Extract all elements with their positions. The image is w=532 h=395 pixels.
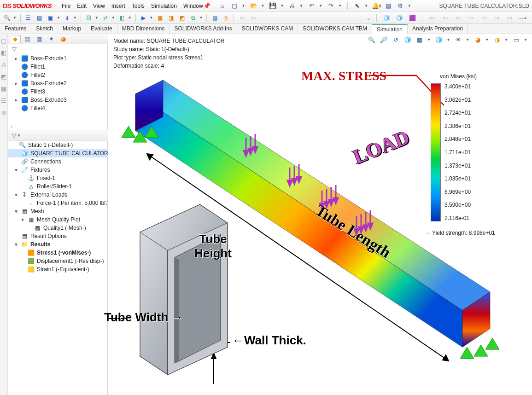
menu-file[interactable]: File bbox=[62, 3, 70, 9]
results-icon[interactable]: ▦ bbox=[156, 14, 164, 22]
tree-row[interactable]: 🔵Fillet4 bbox=[8, 104, 113, 112]
menu-insert[interactable]: Insert bbox=[111, 3, 125, 9]
report-icon[interactable]: ▤ bbox=[210, 14, 219, 22]
rr-icon[interactable]: 🟪 bbox=[408, 14, 416, 22]
shell-icon[interactable]: ◧ bbox=[118, 14, 126, 22]
connections-icon[interactable]: ⇄ bbox=[101, 14, 110, 22]
notif-icon[interactable]: 🔔8 bbox=[373, 2, 380, 10]
tree-row[interactable]: ▾📁Results bbox=[8, 240, 113, 249]
tree-row[interactable]: △Roller/Slider-1 bbox=[8, 182, 113, 191]
select-icon[interactable]: ⬉ bbox=[353, 2, 361, 10]
sim-tree[interactable]: 🔍Static 1 (-Default-)🧊SQUARE TUBE CALCUL… bbox=[8, 141, 113, 273]
gutter-icon[interactable]: A bbox=[0, 61, 7, 68]
tree-row[interactable]: ▸🟦Boss-Extrude2 bbox=[8, 79, 113, 87]
tree-row[interactable]: 🔵Fillet3 bbox=[8, 87, 113, 96]
tab-features[interactable]: Features bbox=[0, 24, 31, 34]
gutter-icon[interactable]: ◧ bbox=[0, 49, 7, 56]
scroll-hint[interactable]: ‹› bbox=[8, 123, 113, 130]
ptab-props[interactable]: ▦ bbox=[34, 35, 45, 43]
tab-markup[interactable]: Markup bbox=[58, 24, 86, 34]
ptab-feature-tree[interactable]: ◆ bbox=[10, 35, 21, 43]
fixtures-icon[interactable]: ⛓ bbox=[85, 14, 93, 22]
tab-simulation[interactable]: Simulation bbox=[372, 24, 408, 34]
tree-row[interactable]: 🟨Strain1 (-Equivalent-) bbox=[8, 265, 113, 273]
tree-row[interactable]: 🔵Fillet1 bbox=[8, 63, 113, 71]
menu-view[interactable]: View bbox=[93, 3, 105, 9]
rr-icon[interactable]: 🧊 bbox=[395, 14, 403, 22]
new-icon[interactable]: ▢ bbox=[231, 2, 238, 10]
gutter-icon[interactable]: ▢ bbox=[0, 37, 7, 44]
home-icon[interactable]: ⌂ bbox=[219, 2, 226, 10]
ribbon-icon[interactable]: ▣ bbox=[47, 14, 55, 22]
tree-row[interactable]: 🟧Stress1 (-vonMises-) bbox=[8, 249, 113, 257]
print-icon[interactable]: 🖨 bbox=[288, 2, 296, 10]
menu-tools[interactable]: Tools bbox=[132, 3, 145, 9]
twisty-icon[interactable]: ▾ bbox=[14, 208, 18, 215]
legend-tick: 3.590e+00 bbox=[444, 202, 471, 208]
gutter-icon[interactable]: ▤ bbox=[0, 85, 7, 92]
twisty-icon[interactable]: ▸ bbox=[14, 80, 18, 87]
ptab-config[interactable]: ▤ bbox=[22, 35, 33, 43]
redo-icon[interactable]: ↷ bbox=[327, 2, 334, 10]
gutter-icon[interactable]: ☲ bbox=[0, 97, 7, 104]
gutter-icon[interactable]: ◩ bbox=[0, 73, 7, 80]
tab-addins[interactable]: SOLIDWORKS Add-Ins bbox=[170, 24, 237, 34]
tree-row[interactable]: 🔵Fillet2 bbox=[8, 71, 113, 79]
ribbon-icon[interactable]: ☰ bbox=[24, 14, 33, 22]
tree-row[interactable]: ⚓Fixed-1 bbox=[8, 174, 113, 182]
probe-icon[interactable]: ◎ bbox=[222, 14, 230, 22]
tree-row[interactable]: 🔗Connections bbox=[8, 157, 113, 166]
ptab-display[interactable]: ✦ bbox=[46, 35, 57, 43]
study-root[interactable]: 🔍Static 1 (-Default-) bbox=[8, 141, 113, 149]
menu-edit[interactable]: Edit bbox=[77, 3, 87, 9]
tab-cam[interactable]: SOLIDWORKS CAM bbox=[237, 24, 298, 34]
tree-row[interactable]: ▸🟦Boss-Extrude3 bbox=[8, 96, 113, 104]
funnel-icon[interactable]: ▽ bbox=[11, 46, 18, 53]
tree-row[interactable]: ▾▦Mesh bbox=[8, 207, 113, 215]
gutter-icon[interactable]: ⊕ bbox=[0, 109, 7, 116]
tab-camtbm[interactable]: SOLIDWORKS CAM TBM bbox=[298, 24, 372, 34]
tree-row[interactable]: ▾↧External Loads bbox=[8, 191, 113, 199]
plot-icon[interactable]: ◩ bbox=[178, 14, 186, 22]
tree-row[interactable]: ▩Quality1 (-Mesh-) bbox=[8, 224, 113, 232]
ribbon-icon[interactable]: ▤ bbox=[35, 14, 44, 22]
twisty-icon[interactable]: ▸ bbox=[14, 55, 18, 62]
gear-icon[interactable]: ⚙ bbox=[397, 2, 404, 10]
undo-icon[interactable]: ↶ bbox=[308, 2, 315, 10]
menu-simulation[interactable]: Simulation bbox=[151, 3, 177, 9]
twisty-icon[interactable]: ▸ bbox=[14, 97, 18, 103]
chevron-down-icon[interactable]: ⌄ bbox=[366, 15, 371, 21]
graphics-viewport[interactable]: Model name: SQUARE TUBE CALCULATOR Study… bbox=[108, 34, 532, 395]
compare-icon[interactable]: ⧉ bbox=[189, 14, 197, 22]
tree-row[interactable]: ▤Result Options bbox=[8, 232, 113, 240]
tree-row[interactable]: ▾▥Mesh Quality Plot bbox=[8, 215, 113, 224]
tab-mbd[interactable]: MBD Dimensions bbox=[117, 24, 170, 34]
save-icon[interactable]: 💾 bbox=[269, 2, 276, 10]
twisty-icon[interactable]: ▾ bbox=[20, 216, 25, 223]
run-icon[interactable]: ▶ bbox=[140, 14, 148, 22]
twisty-icon[interactable]: ▾ bbox=[14, 167, 18, 173]
tree-row[interactable]: ▾🧷Fixtures bbox=[8, 166, 113, 174]
twisty-icon[interactable]: ▾ bbox=[14, 241, 18, 248]
open-icon[interactable]: 📂 bbox=[250, 2, 257, 10]
tree-row[interactable]: 🧊SQUARE TUBE CALCULATOR ( bbox=[8, 149, 113, 157]
pin-icon[interactable]: 📌 bbox=[203, 2, 210, 10]
ptab-appear[interactable]: ◕ bbox=[58, 35, 69, 43]
menu-window[interactable]: Window bbox=[183, 3, 203, 9]
deform-icon[interactable]: ◨ bbox=[167, 14, 175, 22]
svg-marker-7 bbox=[460, 347, 474, 359]
options-icon[interactable]: ▤ bbox=[385, 2, 392, 10]
study-advisor-icon[interactable]: 🔍 bbox=[3, 14, 11, 22]
rr-icon[interactable]: ⟶ bbox=[518, 14, 526, 22]
tab-evaluate[interactable]: Evaluate bbox=[86, 24, 117, 34]
tab-sketch[interactable]: Sketch bbox=[31, 24, 58, 34]
tab-analysisprep[interactable]: Analysis Preparation bbox=[408, 24, 468, 34]
tree-label: Fillet1 bbox=[30, 64, 45, 70]
tree-row[interactable]: 🟩Displacement1 (-Res disp-) bbox=[8, 257, 113, 265]
tree-row[interactable]: ▸🟦Boss-Extrude1 bbox=[8, 54, 113, 63]
temp-icon[interactable]: 🌡 bbox=[63, 14, 71, 22]
twisty-icon[interactable]: ▾ bbox=[14, 192, 18, 198]
feature-tree[interactable]: ▸🟦Boss-Extrude1🔵Fillet1🔵Fillet2▸🟦Boss-Ex… bbox=[8, 54, 113, 123]
rr-icon[interactable]: 🧊 bbox=[382, 14, 391, 22]
tree-row[interactable]: ↓Force-1 (:Per item: 5,000 lbf:) bbox=[8, 199, 113, 207]
